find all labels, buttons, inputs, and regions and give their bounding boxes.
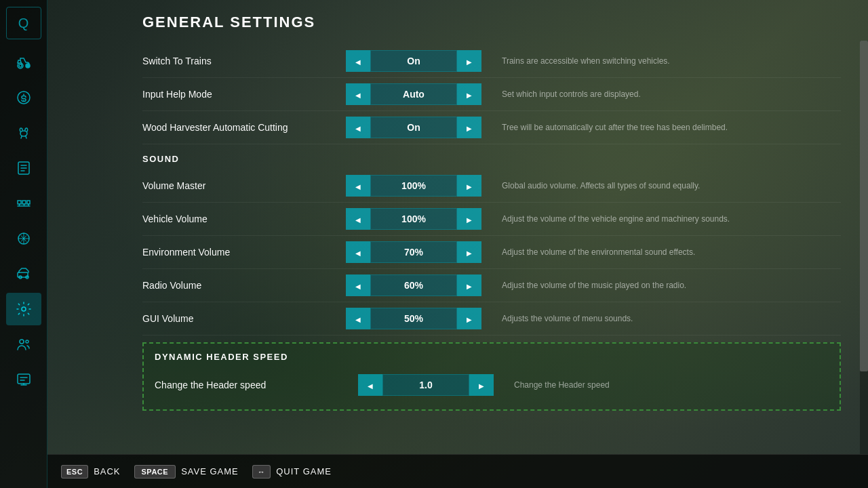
sidebar-item-finance[interactable] [6, 81, 41, 114]
arrow-left-icon [355, 180, 361, 191]
volume-master-desc: Global audio volume. Affects all types o… [502, 181, 841, 190]
svg-point-0 [18, 92, 30, 104]
environment-volume-right[interactable] [457, 241, 481, 263]
sidebar-item-q[interactable]: Q [6, 7, 41, 39]
volume-master-left[interactable] [346, 175, 370, 197]
header-speed-left[interactable] [358, 374, 382, 396]
setting-row-input-help-mode: Input Help Mode Auto Set which input con… [142, 78, 841, 111]
quit-game-label: QUIT GAME [276, 466, 332, 476]
sidebar-item-contracts[interactable] [6, 152, 41, 184]
arrow-left-icon [355, 313, 361, 324]
settings-list: Switch To Trains On Trains are accessibl… [142, 45, 841, 411]
svg-point-1 [20, 131, 27, 136]
bottom-bar: ESC BACK SPACE SAVE GAME ↔ QUIT GAME [47, 454, 868, 488]
sidebar-item-help[interactable] [6, 363, 41, 396]
radio-volume-left[interactable] [346, 274, 370, 296]
header-speed-value: 1.0 [382, 374, 469, 396]
environment-volume-left[interactable] [346, 241, 370, 263]
gui-volume-left[interactable] [346, 308, 370, 329]
wood-harvester-right[interactable] [457, 117, 481, 138]
setting-row-environment-volume: Environment Volume 70% Adjust the volume… [142, 236, 841, 269]
volume-master-right[interactable] [457, 175, 481, 197]
arrow-left-icon [355, 214, 361, 224]
setting-row-vehicle-volume: Vehicle Volume 100% Adjust the volume of… [142, 203, 841, 236]
radio-volume-label: Radio Volume [142, 280, 346, 291]
arrow-right-icon [467, 280, 472, 291]
setting-row-wood-harvester: Wood Harvester Automatic Cutting On Tree… [142, 111, 841, 144]
vehicle-volume-value: 100% [370, 208, 457, 230]
sidebar-item-settings[interactable] [6, 293, 41, 325]
setting-row-radio-volume: Radio Volume 60% Adjust the volume of th… [142, 269, 841, 302]
tractor-icon [16, 54, 32, 70]
header-speed-right[interactable] [469, 374, 494, 396]
q-icon: Q [18, 16, 29, 31]
header-speed-desc: Change the Header speed [514, 380, 829, 390]
svg-point-10 [22, 307, 26, 311]
wood-harvester-left[interactable] [346, 117, 370, 138]
vehicle-volume-desc: Adjust the volume of the vehicle engine … [502, 214, 841, 224]
vehicle-volume-label: Vehicle Volume [142, 214, 346, 224]
gui-volume-desc: Adjusts the volume of menu sounds. [502, 314, 841, 323]
setting-row-switch-to-trains: Switch To Trains On Trains are accessibl… [142, 45, 841, 78]
setting-row-gui-volume: GUI Volume 50% Adjusts the volume of men… [142, 302, 841, 336]
arrow-left-icon [355, 247, 361, 258]
dynamic-header-title: DYNAMIC HEADER SPEED [155, 352, 829, 369]
wood-harvester-control: On [346, 117, 481, 138]
arrow-right-icon [467, 247, 472, 258]
vehicle-volume-right[interactable] [457, 208, 481, 230]
back-button[interactable]: ESC BACK [61, 465, 121, 479]
settings-icon [16, 301, 32, 317]
environment-volume-label: Environment Volume [142, 247, 346, 258]
arrow-right-icon [467, 56, 472, 66]
arrow-left-icon [355, 56, 361, 66]
arrow-left-icon [355, 89, 361, 100]
help-icon [16, 371, 32, 388]
sidebar-item-animals[interactable] [6, 117, 41, 149]
dynamic-header-box: DYNAMIC HEADER SPEED Change the Header s… [142, 342, 841, 411]
sidebar-item-placeables[interactable] [6, 222, 41, 255]
production-icon [16, 195, 32, 211]
gui-volume-right[interactable] [457, 308, 481, 329]
gui-volume-control: 50% [346, 308, 481, 329]
contracts-icon [16, 160, 32, 176]
vehicle-volume-control: 100% [346, 208, 481, 230]
save-game-button[interactable]: SPACE SAVE GAME [134, 465, 239, 479]
radio-volume-desc: Adjust the volume of the music played on… [502, 281, 841, 290]
wood-harvester-value: On [370, 117, 457, 138]
vehicles-icon [16, 266, 32, 282]
sound-section-header: SOUND [142, 144, 841, 169]
content-area: GENERAL SETTINGS Switch To Trains On Tra… [47, 0, 868, 454]
gui-volume-value: 50% [370, 308, 457, 329]
setting-row-header-speed: Change the Header speed 1.0 Change the H… [155, 369, 829, 401]
arrow-right-icon [467, 180, 472, 191]
quit-game-button[interactable]: ↔ QUIT GAME [252, 465, 332, 479]
multiplayer-icon [16, 336, 32, 352]
switch-to-trains-right[interactable] [457, 50, 481, 72]
setting-row-volume-master: Volume Master 100% Global audio volume. … [142, 169, 841, 203]
input-help-mode-desc: Set which input controls are displayed. [502, 89, 841, 99]
scrollbar-thumb[interactable] [860, 41, 868, 371]
header-speed-label: Change the Header speed [155, 380, 358, 390]
arrow-left-icon [355, 280, 361, 291]
volume-master-control: 100% [346, 175, 481, 197]
sidebar-item-tractor[interactable] [6, 46, 41, 79]
dollar-icon [16, 89, 32, 106]
sidebar-item-multiplayer[interactable] [6, 328, 41, 361]
sidebar-item-production[interactable] [6, 187, 41, 220]
main-content: GENERAL SETTINGS Switch To Trains On Tra… [47, 0, 868, 488]
switch-to-trains-desc: Trains are accessible when switching veh… [502, 56, 841, 66]
arrow-left-icon [355, 122, 361, 133]
wood-harvester-label: Wood Harvester Automatic Cutting [142, 122, 346, 133]
esc-key-badge: ESC [61, 465, 88, 479]
input-help-mode-value: Auto [370, 83, 457, 105]
scrollbar[interactable] [860, 41, 868, 454]
input-help-mode-right[interactable] [457, 83, 481, 105]
svg-rect-13 [18, 374, 30, 384]
save-game-label: SAVE GAME [181, 466, 239, 476]
sidebar-item-vehicles[interactable] [6, 258, 41, 290]
radio-volume-right[interactable] [457, 274, 481, 296]
page-title: GENERAL SETTINGS [142, 14, 841, 31]
input-help-mode-left[interactable] [346, 83, 370, 105]
switch-to-trains-left[interactable] [346, 50, 370, 72]
vehicle-volume-left[interactable] [346, 208, 370, 230]
